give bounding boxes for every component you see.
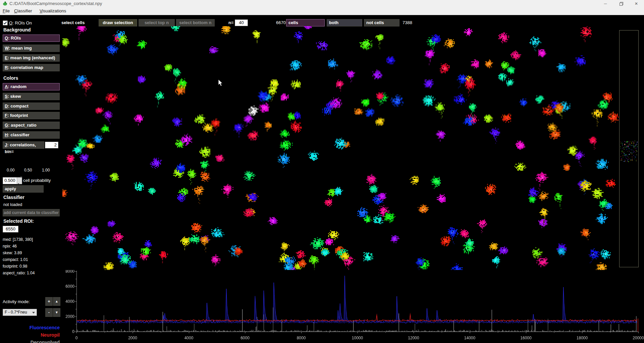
x-tick-label: 6000 [236, 336, 255, 340]
colors-header: Colors [3, 75, 18, 81]
y-tick-label: 2000 [62, 314, 74, 319]
cell-prob-value: 0.500 [4, 178, 15, 183]
color-button-footprint[interactable]: F: footprint [3, 112, 60, 119]
color-button-compact[interactable]: D: compact [3, 102, 60, 110]
prob-scale-100: 1.00 [42, 168, 50, 173]
menu-file[interactable]: File [3, 8, 10, 13]
cells-count: 6670 [276, 20, 286, 25]
prob-scale-0: 0.00 [7, 168, 14, 173]
cell-prob-label: cell probability [23, 178, 51, 183]
not-cells-count: 7388 [402, 20, 412, 25]
roi-canvas[interactable] [62, 26, 644, 270]
rois-on-label: O: ROIs On [9, 20, 32, 25]
classifier-header: Classifier [3, 195, 24, 200]
mouse-cursor-icon [218, 79, 223, 87]
y-tick-label: 4000 [62, 299, 74, 304]
x-tick-label: 20000 [629, 336, 644, 340]
bg-button-correlation-map[interactable]: R: correlation map [3, 64, 60, 71]
roi-stat-npix: npix: 46 [3, 244, 17, 249]
apply-button[interactable]: apply [3, 185, 44, 193]
color-button-random[interactable]: A: random [3, 83, 60, 90]
x-tick-label: 10000 [348, 336, 367, 340]
legend-neuropil: Neuropil [3, 332, 60, 338]
roi-stat-med: med: [1738, 380] [3, 237, 33, 242]
legend-deconvolved: Deconvolved [3, 340, 60, 343]
bg-button-rois[interactable]: Q: ROIs [3, 35, 60, 42]
minimap-panel[interactable] [619, 30, 639, 267]
roi-stat-skew: skew: 3.89 [3, 251, 22, 255]
bg-button-mean-img[interactable]: W: mean img [3, 45, 60, 52]
check-icon [3, 21, 7, 25]
trace-down-button[interactable]: ▼ [53, 308, 60, 317]
y-tick-label: 6000 [62, 284, 74, 289]
window-title: C:/DATA/BootCamp/mesoscope_cortex/stat.n… [9, 1, 102, 6]
cells-button[interactable]: cells [286, 19, 325, 26]
minimap-canvas[interactable] [620, 30, 638, 267]
spinner-arrows-icon[interactable] [17, 178, 22, 184]
both-button[interactable]: both [327, 19, 362, 26]
activity-mode-label: Activity mode: [3, 299, 30, 304]
window-controls: ─ ✕ [598, 0, 644, 7]
activity-mode-select[interactable]: F - 0.7*Fneu [3, 309, 37, 316]
selected-roi-input[interactable]: 6550 [3, 226, 18, 232]
color-button-aspect-ratio[interactable]: G: aspect_ratio [3, 122, 60, 129]
restore-icon [620, 2, 623, 5]
background-header: Background [3, 27, 31, 32]
color-button-classifier[interactable]: H: classifier [3, 131, 60, 139]
zoom-out-button[interactable]: - [45, 308, 53, 317]
bg-button-mean-img-enhanced[interactable]: E: mean img (enhanced) [3, 54, 60, 62]
chevron-down-icon [32, 312, 35, 314]
trace-plot[interactable]: 0200040006000800002000400060008000100001… [62, 270, 644, 343]
draw-selection-button[interactable]: draw selection [99, 19, 137, 26]
add-classifier-button: add current data to classifier [3, 209, 60, 216]
close-button[interactable]: ✕ [629, 0, 644, 7]
y-tick-label: 0 [62, 329, 74, 334]
legend-fluorescence: Fluorescence [3, 325, 60, 330]
cell-prob-spinbox[interactable]: 0.500 [3, 177, 22, 184]
x-tick-label: 18000 [573, 336, 592, 340]
zoom-in-button[interactable]: + [45, 297, 53, 306]
select-cells-label: select cells [61, 20, 85, 25]
rois-on-checkbox[interactable] [3, 20, 8, 25]
not-cells-button[interactable]: not cells [364, 19, 399, 26]
menu-visualizations[interactable]: Visualizations [40, 8, 66, 13]
classifier-status: not loaded [3, 202, 22, 207]
roi-stat-compact: compact: 1.01 [3, 257, 28, 262]
select-bottom-n-button: select bottom n [176, 19, 215, 26]
suite2p-window: C:/DATA/BootCamp/mesoscope_cortex/stat.n… [0, 0, 644, 343]
activity-mode-value: F - 0.7*Fneu [5, 310, 27, 315]
select-top-n-button: select top n [139, 19, 175, 26]
x-tick-label: 8000 [292, 336, 311, 340]
x-tick-label: 0 [67, 336, 86, 340]
roi-stat-footprint: footprint: 0.98 [3, 264, 27, 269]
y-tick-label: 8000 [62, 270, 74, 274]
n-input[interactable]: 40 [235, 19, 248, 26]
selected-roi-header: Selected ROI: [3, 218, 34, 224]
titlebar: C:/DATA/BootCamp/mesoscope_cortex/stat.n… [0, 0, 644, 7]
x-tick-label: 4000 [179, 336, 198, 340]
menu-classifier[interactable]: Classifier [14, 8, 32, 13]
color-button-correlations[interactable]: J: correlations, bin= [3, 141, 44, 149]
minimize-icon: ─ [604, 1, 607, 6]
trace-canvas[interactable] [62, 270, 644, 343]
x-tick-label: 16000 [517, 336, 535, 340]
roi-stat-aspect-ratio: aspect_ratio: 1.04 [3, 271, 35, 275]
minimize-button[interactable]: ─ [598, 0, 613, 7]
close-icon: ✕ [635, 1, 638, 6]
restore-button[interactable] [613, 0, 629, 7]
x-tick-label: 14000 [461, 336, 479, 340]
x-tick-label: 2000 [123, 336, 142, 340]
color-button-skew[interactable]: S: skew [3, 93, 60, 100]
n-label: n= [228, 20, 234, 25]
prob-scale-50: 0.50 [24, 168, 32, 173]
menubar: File Classifier Visualizations [0, 7, 644, 15]
trace-up-button[interactable]: ▲ [53, 297, 60, 306]
correlations-bin-input[interactable]: 2 [45, 142, 58, 148]
x-tick-label: 12000 [404, 336, 423, 340]
app-icon [3, 1, 8, 6]
